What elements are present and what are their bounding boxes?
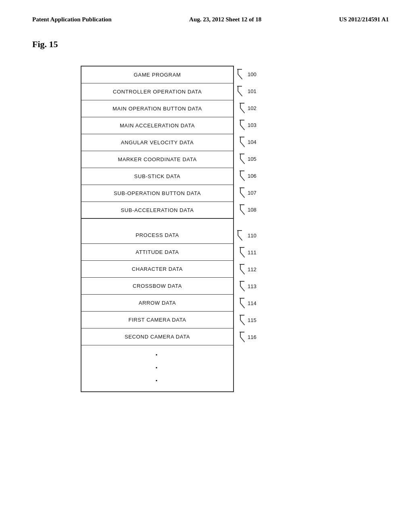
gap-row — [81, 219, 233, 227]
lbl-106: 106 — [236, 167, 257, 184]
row-marker-coord: MARKER COORDINATE DATA — [81, 151, 233, 168]
ref-105: 105 — [248, 156, 257, 162]
header-right: US 2012/214591 A1 — [339, 16, 389, 23]
bracket-107-icon — [236, 186, 248, 199]
ref-108: 108 — [248, 207, 257, 213]
bracket-103-icon — [236, 118, 248, 131]
row-controller-operation: CONTROLLER OPERATION DATA — [81, 83, 233, 100]
bracket-113-icon — [236, 280, 248, 293]
figure-label: Fig. 15 — [0, 31, 413, 62]
row-arrow: ARROW DATA — [81, 295, 233, 312]
ref-114: 114 — [248, 300, 257, 306]
row-second-camera: SECOND CAMERA DATA — [81, 328, 233, 345]
lbl-102: 102 — [236, 100, 257, 116]
bracket-114-icon — [236, 297, 248, 310]
lbl-112: 112 — [236, 261, 257, 278]
ref-101: 101 — [248, 88, 257, 94]
bracket-104-icon — [236, 135, 248, 148]
lbl-107: 107 — [236, 184, 257, 201]
ref-104: 104 — [248, 139, 257, 145]
outer-box: GAME PROGRAM CONTROLLER OPERATION DATA M… — [81, 66, 234, 392]
bracket-111-icon — [236, 246, 248, 259]
ref-111: 111 — [248, 249, 257, 256]
ref-113: 113 — [248, 283, 257, 289]
row-angular-velocity: ANGULAR VELOCITY DATA — [81, 134, 233, 151]
ref-107: 107 — [248, 190, 257, 196]
lbl-108: 108 — [236, 201, 257, 218]
lbl-114: 114 — [236, 295, 257, 312]
bracket-112-icon — [236, 263, 248, 276]
row-first-camera: FIRST CAMERA DATA — [81, 312, 233, 328]
bracket-105-icon — [236, 152, 248, 165]
bracket-101-icon — [236, 85, 248, 98]
header-left: Patent Application Publication — [32, 16, 112, 23]
lbl-111: 111 — [236, 244, 257, 261]
ref-112: 112 — [248, 266, 257, 272]
ref-103: 103 — [248, 122, 257, 128]
reference-labels: 100 101 102 — [236, 66, 257, 392]
lbl-gap — [236, 218, 257, 227]
bracket-108-icon — [236, 203, 248, 216]
header-center: Aug. 23, 2012 Sheet 12 of 18 — [189, 16, 261, 23]
page-header: Patent Application Publication Aug. 23, … — [0, 0, 413, 31]
ref-116: 116 — [248, 334, 257, 340]
row-attitude: ATTITUDE DATA — [81, 244, 233, 261]
row-sub-stick: SUB-STICK DATA — [81, 168, 233, 185]
row-game-program: GAME PROGRAM — [81, 66, 233, 83]
lbl-113: 113 — [236, 278, 257, 295]
bracket-110-icon — [236, 229, 248, 242]
lbl-116: 116 — [236, 328, 257, 345]
ref-102: 102 — [248, 105, 257, 111]
bracket-116-icon — [236, 330, 248, 343]
row-sub-accel: SUB-ACCELERATION DATA — [81, 202, 233, 219]
ref-106: 106 — [248, 173, 257, 179]
bracket-100-icon — [236, 68, 248, 81]
ref-115: 115 — [248, 317, 257, 323]
row-process-data: PROCESS DATA — [81, 227, 233, 244]
lbl-104: 104 — [236, 133, 257, 150]
ref-100: 100 — [248, 71, 257, 77]
row-main-accel: MAIN ACCELERATION DATA — [81, 117, 233, 134]
row-character: CHARACTER DATA — [81, 261, 233, 278]
lbl-110: 110 — [236, 227, 257, 244]
lbl-115: 115 — [236, 312, 257, 328]
bracket-106-icon — [236, 169, 248, 182]
diagram-wrapper: GAME PROGRAM CONTROLLER OPERATION DATA M… — [81, 66, 257, 392]
lbl-101: 101 — [236, 83, 257, 100]
diagram-container: GAME PROGRAM CONTROLLER OPERATION DATA M… — [0, 62, 413, 392]
row-crossbow: CROSSBOW DATA — [81, 278, 233, 295]
ref-110: 110 — [248, 233, 257, 239]
lbl-100: 100 — [236, 66, 257, 83]
row-sub-operation: SUB-OPERATION BUTTON DATA — [81, 185, 233, 202]
lbl-103: 103 — [236, 116, 257, 133]
dots-row: ··· — [81, 345, 233, 391]
row-main-button: MAIN OPERATION BUTTON DATA — [81, 100, 233, 117]
bracket-115-icon — [236, 314, 248, 326]
bracket-102-icon — [236, 102, 248, 114]
lbl-105: 105 — [236, 150, 257, 167]
